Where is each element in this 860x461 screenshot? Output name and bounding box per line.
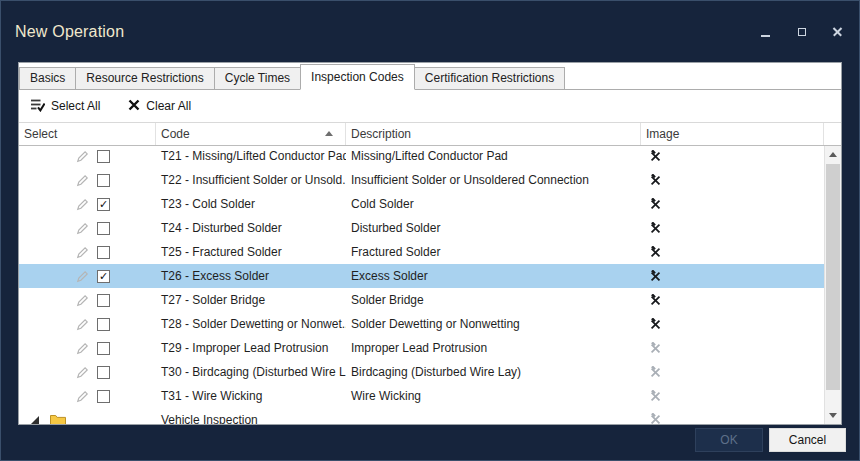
image-icon bbox=[649, 270, 662, 283]
image-icon bbox=[649, 342, 662, 355]
code-cell: T21 - Missing/Lifted Conductor Pad bbox=[156, 149, 346, 163]
table-row[interactable]: T22 - Insufficient Solder or Unsold...In… bbox=[19, 168, 824, 192]
select-cell bbox=[19, 366, 156, 379]
image-icon bbox=[649, 413, 662, 424]
edit-pencil-icon bbox=[76, 390, 89, 403]
clear-all-button[interactable]: Clear All bbox=[128, 99, 191, 114]
code-cell: T27 - Solder Bridge bbox=[156, 293, 346, 307]
grid-body: T21 - Missing/Lifted Conductor PadMissin… bbox=[19, 146, 841, 424]
select-cell: ✓ bbox=[19, 270, 156, 283]
row-checkbox[interactable] bbox=[97, 150, 110, 163]
select-cell bbox=[19, 318, 156, 331]
row-checkbox[interactable]: ✓ bbox=[97, 270, 110, 283]
column-header-select[interactable]: Select bbox=[19, 123, 156, 145]
table-row[interactable]: T30 - Birdcaging (Disturbed Wire L...Bir… bbox=[19, 360, 824, 384]
table-row[interactable]: T31 - Wire WickingWire Wicking bbox=[19, 384, 824, 408]
image-cell bbox=[641, 246, 824, 259]
table-row[interactable]: T25 - Fractured SolderFractured Solder bbox=[19, 240, 824, 264]
scroll-up-button[interactable] bbox=[825, 146, 841, 163]
table-row[interactable]: T24 - Disturbed SolderDisturbed Solder bbox=[19, 216, 824, 240]
select-cell bbox=[19, 174, 156, 187]
table-row[interactable]: T21 - Missing/Lifted Conductor PadMissin… bbox=[19, 146, 824, 168]
image-icon bbox=[649, 174, 662, 187]
select-all-label: Select All bbox=[51, 99, 100, 113]
row-checkbox[interactable] bbox=[97, 246, 110, 259]
tab-certification-restrictions[interactable]: Certification Restrictions bbox=[414, 67, 565, 89]
image-icon bbox=[649, 198, 662, 211]
edit-pencil-icon bbox=[76, 294, 89, 307]
edit-pencil-icon bbox=[76, 246, 89, 259]
row-checkbox[interactable] bbox=[97, 294, 110, 307]
row-checkbox[interactable] bbox=[97, 174, 110, 187]
description-cell: Disturbed Solder bbox=[346, 221, 641, 235]
description-cell: Wire Wicking bbox=[346, 389, 641, 403]
folder-icon bbox=[50, 414, 66, 424]
column-header-image[interactable]: Image bbox=[641, 123, 824, 145]
edit-pencil-icon bbox=[76, 150, 89, 163]
tab-basics[interactable]: Basics bbox=[19, 67, 76, 89]
image-cell bbox=[641, 198, 824, 211]
description-cell: Cold Solder bbox=[346, 197, 641, 211]
scrollbar-thumb[interactable] bbox=[826, 164, 840, 390]
image-icon bbox=[649, 366, 662, 379]
ok-button[interactable]: OK bbox=[695, 428, 763, 452]
edit-pencil-icon bbox=[76, 198, 89, 211]
select-all-icon bbox=[31, 98, 45, 115]
column-header-label: Description bbox=[351, 127, 411, 141]
scroll-down-icon bbox=[829, 413, 837, 418]
select-cell bbox=[19, 342, 156, 355]
image-icon bbox=[649, 246, 662, 259]
grid-header: SelectCodeDescriptionImage bbox=[19, 123, 824, 145]
image-cell bbox=[641, 270, 824, 283]
table-row[interactable]: T29 - Improper Lead ProtrusionImproper L… bbox=[19, 336, 824, 360]
cancel-button[interactable]: Cancel bbox=[769, 428, 846, 452]
tab-strip: BasicsResource RestrictionsCycle TimesIn… bbox=[19, 63, 841, 90]
row-checkbox[interactable] bbox=[97, 342, 110, 355]
vertical-scrollbar[interactable] bbox=[824, 146, 841, 424]
dialog-footer: OK Cancel bbox=[0, 425, 860, 461]
tab-resource-restrictions[interactable]: Resource Restrictions bbox=[75, 67, 214, 89]
select-cell: ✓ bbox=[19, 198, 156, 211]
description-cell: Birdcaging (Disturbed Wire Lay) bbox=[346, 365, 641, 379]
tab-cycle-times[interactable]: Cycle Times bbox=[214, 67, 301, 89]
row-checkbox[interactable] bbox=[97, 222, 110, 235]
image-icon bbox=[649, 294, 662, 307]
expand-collapse-icon[interactable] bbox=[30, 416, 39, 424]
table-row[interactable]: T27 - Solder BridgeSolder Bridge bbox=[19, 288, 824, 312]
select-cell bbox=[19, 150, 156, 163]
window-title: New Operation bbox=[15, 23, 124, 41]
select-cell bbox=[19, 246, 156, 259]
code-cell: T28 - Solder Dewetting or Nonwet... bbox=[156, 317, 346, 331]
row-checkbox[interactable] bbox=[97, 390, 110, 403]
tab-inspection-codes[interactable]: Inspection Codes bbox=[300, 64, 415, 90]
maximize-button[interactable] bbox=[796, 26, 808, 38]
table-row[interactable]: T28 - Solder Dewetting or Nonwet...Solde… bbox=[19, 312, 824, 336]
code-cell: T29 - Improper Lead Protrusion bbox=[156, 341, 346, 355]
group-row[interactable]: Vehicle Inspection bbox=[19, 408, 824, 424]
code-cell: T25 - Fractured Solder bbox=[156, 245, 346, 259]
column-header-label: Image bbox=[646, 127, 679, 141]
minimize-icon bbox=[761, 35, 770, 37]
edit-pencil-icon bbox=[76, 270, 89, 283]
image-icon bbox=[649, 390, 662, 403]
grid-rows: T21 - Missing/Lifted Conductor PadMissin… bbox=[19, 146, 824, 424]
scroll-down-button[interactable] bbox=[825, 407, 841, 424]
row-checkbox[interactable]: ✓ bbox=[97, 198, 110, 211]
select-all-button[interactable]: Select All bbox=[31, 98, 100, 115]
grid-toolbar: Select All Clear All bbox=[19, 90, 841, 123]
row-checkbox[interactable] bbox=[97, 366, 110, 379]
description-cell: Insufficient Solder or Unsoldered Connec… bbox=[346, 173, 641, 187]
image-icon bbox=[649, 318, 662, 331]
close-button[interactable] bbox=[832, 26, 844, 38]
maximize-icon bbox=[798, 28, 806, 36]
row-checkbox[interactable] bbox=[97, 318, 110, 331]
code-cell: T31 - Wire Wicking bbox=[156, 389, 346, 403]
table-row[interactable]: ✓T26 - Excess SolderExcess Solder bbox=[19, 264, 824, 288]
minimize-button[interactable] bbox=[760, 26, 772, 38]
column-header-code[interactable]: Code bbox=[156, 123, 346, 145]
clear-all-icon bbox=[128, 99, 140, 114]
column-header-description[interactable]: Description bbox=[346, 123, 641, 145]
image-cell bbox=[641, 342, 824, 355]
table-row[interactable]: ✓T23 - Cold SolderCold Solder bbox=[19, 192, 824, 216]
description-cell: Solder Bridge bbox=[346, 293, 641, 307]
